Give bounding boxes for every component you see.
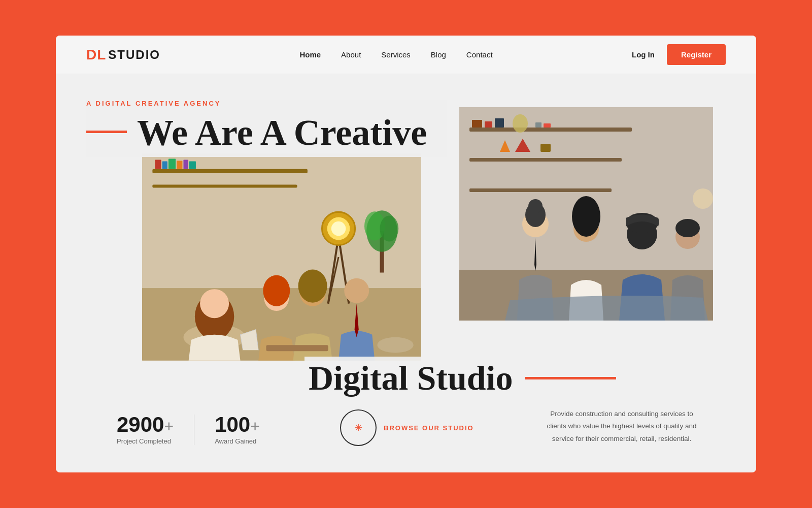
svg-point-23: [200, 289, 229, 318]
svg-point-27: [298, 269, 327, 302]
photo-left: [142, 153, 421, 361]
svg-rect-8: [183, 160, 188, 169]
hero-description: Provide construction and consulting serv…: [543, 408, 700, 445]
top-text-block: A DIGITAL CREATIVE AGENCY We Are A Creat…: [86, 100, 447, 157]
svg-point-19: [331, 221, 346, 236]
svg-rect-29: [266, 345, 328, 351]
svg-point-47: [528, 199, 543, 213]
nav-item-blog[interactable]: Blog: [431, 50, 446, 59]
logo-dl: DL: [86, 47, 106, 63]
browse-cta-wrapper[interactable]: BROWSE OUR STUDIO: [340, 409, 474, 446]
nav-link-services[interactable]: Services: [381, 50, 411, 59]
stat-awards-suffix: +: [250, 417, 260, 435]
browse-label[interactable]: BROWSE OUR STUDIO: [384, 424, 474, 432]
svg-point-28: [344, 278, 369, 303]
svg-rect-34: [469, 188, 612, 192]
nav-item-home[interactable]: Home: [299, 50, 321, 59]
register-button[interactable]: Register: [667, 44, 726, 65]
svg-point-54: [693, 188, 713, 209]
stat-projects-number: 2900+: [117, 414, 174, 435]
browser-window: DL STUDIO Home About Services Blog Conta…: [56, 36, 756, 472]
nav-link-contact[interactable]: Contact: [466, 50, 493, 59]
stat-awards: 100+ Award Gained: [215, 414, 280, 445]
svg-point-38: [513, 114, 528, 133]
nav-item-about[interactable]: About: [341, 50, 361, 59]
logo[interactable]: DL STUDIO: [86, 47, 160, 63]
nav-links: Home About Services Blog Contact: [299, 50, 492, 59]
red-line-left: [86, 131, 127, 133]
stat-awards-number: 100+: [215, 414, 260, 435]
navbar: DL STUDIO Home About Services Blog Conta…: [56, 36, 756, 74]
svg-rect-43: [540, 144, 551, 152]
hero-inner: A DIGITAL CREATIVE AGENCY We Are A Creat…: [86, 94, 726, 460]
red-line-right: [525, 377, 616, 379]
stat-projects: 2900+ Project Completed: [117, 414, 194, 445]
svg-point-25: [263, 275, 290, 306]
nav-item-services[interactable]: Services: [381, 50, 411, 59]
nav-item-contact[interactable]: Contact: [466, 50, 493, 59]
svg-rect-36: [485, 121, 492, 128]
hero-subtitle: A DIGITAL CREATIVE AGENCY: [86, 100, 427, 107]
logo-studio: STUDIO: [108, 48, 160, 62]
stat-divider: [194, 415, 194, 445]
photo-right: [457, 107, 716, 321]
svg-rect-37: [495, 118, 504, 128]
headline-line2-text: Digital Studio: [309, 361, 513, 395]
svg-rect-7: [177, 161, 182, 169]
nav-link-about[interactable]: About: [341, 50, 361, 59]
hero-section: A DIGITAL CREATIVE AGENCY We Are A Creat…: [56, 74, 756, 470]
login-button[interactable]: Log In: [632, 50, 655, 59]
svg-rect-4: [155, 160, 161, 169]
svg-point-30: [377, 337, 413, 353]
stats-section: 2900+ Project Completed 100+ Award Gaine…: [117, 414, 280, 445]
svg-point-49: [572, 196, 600, 237]
svg-rect-39: [535, 122, 542, 128]
svg-rect-3: [152, 184, 297, 187]
nav-link-home[interactable]: Home: [299, 50, 321, 59]
browse-circle-button[interactable]: [340, 409, 377, 446]
svg-rect-5: [162, 162, 167, 169]
svg-rect-6: [168, 158, 176, 169]
headline-line1: We Are A Creative: [86, 114, 427, 151]
svg-rect-32: [469, 128, 632, 132]
headline-line1-text: We Are A Creative: [137, 114, 427, 151]
svg-point-13: [380, 216, 399, 242]
svg-rect-40: [544, 123, 551, 128]
svg-rect-9: [189, 162, 196, 169]
svg-point-53: [675, 219, 700, 237]
headline-line2: Digital Studio: [309, 361, 616, 395]
bottom-text-block: Digital Studio: [304, 357, 623, 399]
stat-projects-suffix: +: [164, 417, 174, 435]
svg-rect-33: [469, 158, 622, 162]
stat-awards-label: Award Gained: [215, 437, 260, 445]
stat-projects-label: Project Completed: [117, 437, 174, 445]
svg-rect-35: [472, 120, 482, 128]
svg-rect-2: [152, 169, 308, 173]
nav-link-blog[interactable]: Blog: [431, 50, 446, 59]
nav-actions: Log In Register: [632, 44, 726, 65]
